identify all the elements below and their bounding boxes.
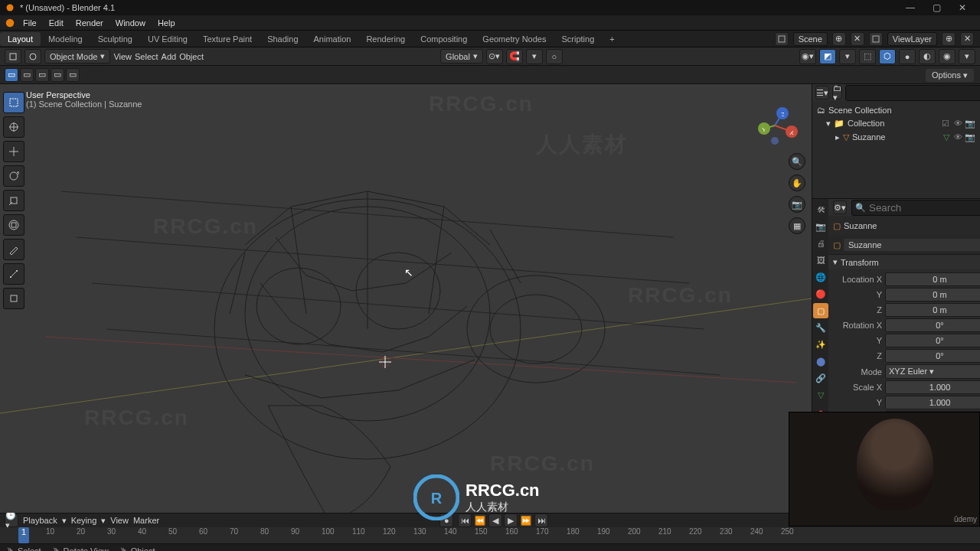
menu-edit[interactable]: Edit <box>44 17 68 29</box>
menu-file[interactable]: File <box>18 17 41 29</box>
menu-render[interactable]: Render <box>71 17 108 29</box>
collection-exclude-icon[interactable]: ☑ <box>940 118 951 129</box>
select-extend-icon[interactable]: ▭ <box>20 68 34 82</box>
workspace-tab-layout[interactable]: Layout <box>0 32 41 46</box>
timeline-menu-keying[interactable]: Keying <box>71 516 97 525</box>
location-x-input[interactable]: 0 m <box>885 272 980 286</box>
tool-transform[interactable] <box>3 214 24 236</box>
snap-type-icon[interactable]: ▾ <box>526 49 543 64</box>
props-tab-constraints[interactable]: 🔗 <box>813 370 828 386</box>
menu-window[interactable]: Window <box>111 17 150 29</box>
tool-annotate[interactable] <box>3 239 24 260</box>
shading-dropdown-icon[interactable]: ▾ <box>959 49 975 64</box>
rotation-mode-select[interactable]: XYZ Euler ▾ <box>885 364 980 379</box>
tool-rotate[interactable] <box>3 165 24 187</box>
workspace-tab-texturepaint[interactable]: Texture Paint <box>195 32 260 46</box>
disclosure-icon[interactable]: ▸ <box>835 132 840 142</box>
workspace-add-button[interactable]: + <box>602 32 622 46</box>
workspace-tab-geometrynodes[interactable]: Geometry Nodes <box>475 32 554 46</box>
scale-y-input[interactable]: 1.000 <box>885 396 980 409</box>
mode-selector[interactable]: Object Mode ▾ <box>44 49 110 64</box>
props-tab-viewlayer[interactable]: 🖼 <box>813 253 828 268</box>
workspace-tab-rendering[interactable]: Rendering <box>358 32 413 46</box>
outliner-search-input[interactable] <box>845 85 980 101</box>
props-tab-object[interactable]: ▢ <box>813 303 828 318</box>
workspace-tab-shading[interactable]: Shading <box>260 32 305 46</box>
props-tab-data[interactable]: ▽ <box>813 387 828 403</box>
select-intersect-icon[interactable]: ▭ <box>51 68 64 82</box>
timeline-menu-view[interactable]: View <box>110 516 129 525</box>
view3d-menu-view[interactable]: View <box>113 52 132 61</box>
rotation-x-input[interactable]: 0° <box>885 318 980 332</box>
proportional-edit-icon[interactable]: ○ <box>546 49 563 64</box>
props-tab-tool[interactable]: 🛠 <box>813 202 828 217</box>
overlay-dropdown-icon[interactable]: ▾ <box>839 49 856 64</box>
mode-icon[interactable] <box>24 49 41 64</box>
timeline-playhead[interactable]: 1 <box>18 527 29 543</box>
viewlayer-delete-button[interactable]: ✕ <box>960 32 974 46</box>
menu-help[interactable]: Help <box>153 17 180 29</box>
timeline-editor-icon[interactable]: 🕒▾ <box>5 514 18 527</box>
select-invert-icon[interactable]: ▭ <box>66 68 80 82</box>
shading-rendered-icon[interactable]: ◉ <box>939 49 956 64</box>
view3d-menu-add[interactable]: Add <box>162 52 177 61</box>
xray-toggle-icon[interactable]: ⬚ <box>859 49 876 64</box>
tool-move[interactable] <box>3 141 24 162</box>
select-new-icon[interactable]: ▭ <box>5 68 18 82</box>
tool-scale[interactable] <box>3 190 24 211</box>
editor-type-icon[interactable] <box>5 49 21 64</box>
outliner-editor-icon[interactable]: ☰▾ <box>815 86 829 99</box>
navigation-gizmo[interactable]: Z Y X <box>750 96 799 145</box>
outliner-collection-row[interactable]: ▾ 📁 Collection ☑👁📷 <box>812 116 980 130</box>
rotation-y-input[interactable]: 0° <box>885 334 980 347</box>
shading-solid-icon[interactable]: ● <box>899 49 916 64</box>
scene-browse-icon[interactable] <box>775 32 789 46</box>
gizmo-visibility-icon[interactable]: ◉▾ <box>799 49 816 64</box>
props-tab-scene[interactable]: 🌐 <box>813 269 828 285</box>
collection-disable-icon[interactable]: 📷 <box>965 118 975 129</box>
outliner-scene-collection-row[interactable]: 🗂 Scene Collection <box>812 104 980 116</box>
viewlayer-selector[interactable]: ViewLayer <box>887 32 937 46</box>
object-hide-icon[interactable]: 👁 <box>952 132 963 142</box>
breadcrumb-data[interactable]: Suzanne <box>844 239 980 251</box>
props-tab-particles[interactable]: ✨ <box>813 337 828 352</box>
collection-hide-icon[interactable]: 👁 <box>952 118 963 129</box>
rotation-z-input[interactable]: 0° <box>885 349 980 363</box>
location-y-input[interactable]: 0 m <box>885 288 980 302</box>
breadcrumb-object[interactable]: Suzanne <box>844 221 877 230</box>
workspace-tab-uvediting[interactable]: UV Editing <box>140 32 195 46</box>
props-tab-output[interactable]: 🖨 <box>813 236 828 251</box>
timeline-menu-marker[interactable]: Marker <box>133 516 159 525</box>
options-dropdown[interactable]: Options ▾ <box>926 69 974 82</box>
tool-cursor[interactable] <box>3 116 24 138</box>
viewport-3d[interactable]: RRCG.cn 人人素材 RRCG.cn RRCG.cn RRCG.cn RRC… <box>0 84 812 513</box>
scale-x-input[interactable]: 1.000 <box>885 380 980 394</box>
workspace-tab-compositing[interactable]: Compositing <box>413 32 475 46</box>
nav-zoom-icon[interactable]: 🔍 <box>789 153 805 170</box>
tool-measure[interactable] <box>3 263 24 285</box>
shading-wireframe-icon[interactable]: ⬡ <box>879 49 896 64</box>
properties-search-input[interactable] <box>869 202 980 214</box>
select-subtract-icon[interactable]: ▭ <box>35 68 49 82</box>
scene-delete-button[interactable]: ✕ <box>851 32 864 46</box>
timeline-menu-playback[interactable]: Playback <box>23 516 57 525</box>
transform-section-header[interactable]: ▾ Transform <box>828 254 980 269</box>
orientation-selector[interactable]: Global▾ <box>440 49 483 64</box>
view3d-menu-select[interactable]: Select <box>135 52 158 61</box>
outliner-display-mode-icon[interactable]: 🗀▾ <box>832 86 842 99</box>
nav-perspective-icon[interactable]: ▦ <box>789 217 805 234</box>
timeline-track[interactable]: 1 10 20 30 40 50 60 70 80 90 100 110 120… <box>0 527 980 543</box>
object-disable-icon[interactable]: 📷 <box>965 132 975 142</box>
outliner-object-row[interactable]: ▸ ▽ Suzanne ▽ 👁📷 <box>812 130 980 144</box>
workspace-tab-scripting[interactable]: Scripting <box>554 32 602 46</box>
props-tab-physics[interactable]: ⬤ <box>813 354 828 369</box>
disclosure-icon[interactable]: ▾ <box>826 119 831 129</box>
props-tab-modifiers[interactable]: 🔧 <box>813 320 828 335</box>
tool-add-cube[interactable] <box>3 288 24 309</box>
props-tab-render[interactable]: 📷 <box>813 219 828 234</box>
location-z-input[interactable]: 0 m <box>885 303 980 317</box>
workspace-tab-sculpting[interactable]: Sculpting <box>90 32 140 46</box>
view3d-menu-object[interactable]: Object <box>179 52 204 61</box>
overlay-toggle-icon[interactable]: ◩ <box>819 49 836 64</box>
nav-camera-icon[interactable]: 📷 <box>789 196 805 213</box>
